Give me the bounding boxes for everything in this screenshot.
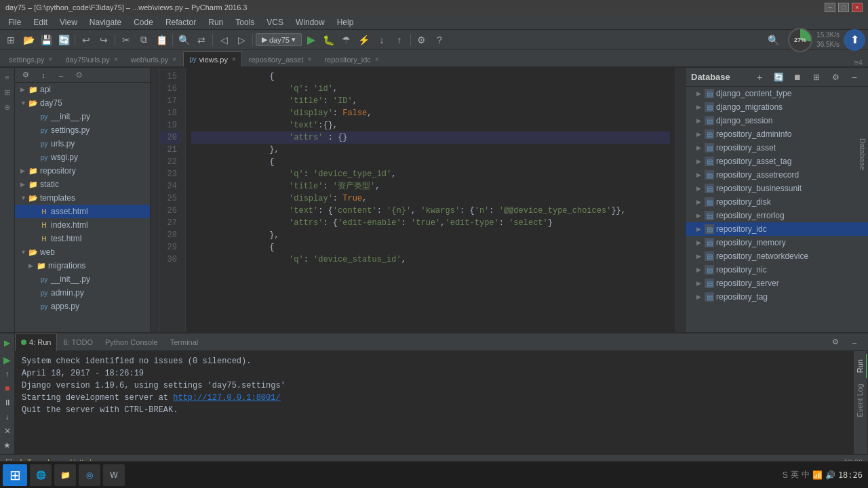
db-stop-btn[interactable]: ⏹ [789,69,806,85]
search-btn[interactable]: 🔍 [176,32,192,48]
tab-repo-asset[interactable]: repository_asset × [243,52,318,66]
settings-btn[interactable]: ⚙ [414,32,430,48]
menu-file[interactable]: File [3,16,26,28]
help-btn[interactable]: ? [431,32,448,48]
code-editor[interactable]: { 'q': 'id', 'title': 'ID', 'display': F… [186,68,675,332]
copy-btn[interactable]: ⧉ [136,32,152,48]
db-refresh-btn[interactable]: 🔄 [770,69,787,85]
tab-weburls[interactable]: web\urls.py × [125,52,182,66]
close-button[interactable]: × [852,3,863,12]
db-item-repo-disk[interactable]: ▶ ▤ repository_disk [686,195,868,209]
forward-btn[interactable]: ▷ [233,32,250,48]
sidebar-item-repository[interactable]: ▶ 📁 repository [15,164,150,178]
sidebar-item-testhtml[interactable]: ▶ H test.html [15,232,150,245]
db-item-django-session[interactable]: ▶ ▤ django_session [686,114,868,127]
db-item-repo-admininfo[interactable]: ▶ ▤ repository_admininfo [686,127,868,141]
taskbar-explorer[interactable]: 📁 [54,464,76,486]
sidebar-item-init[interactable]: ▶ py __init__.py [15,110,150,123]
menu-navigate[interactable]: Navigate [84,16,127,28]
sidebar-settings-btn[interactable]: ⚙ [18,68,34,83]
menu-vcs[interactable]: VCS [261,16,289,28]
sidebar-collapse-btn[interactable]: – [53,68,69,83]
hierarchy-btn[interactable]: ⊞ [1,85,14,99]
profile-btn[interactable]: ⚡ [356,32,372,48]
run-close-btn[interactable]: ✕ [1,425,14,437]
db-item-django-content-type[interactable]: ▶ ▤ django_content_type [686,87,868,100]
menu-tools[interactable]: Tools [230,16,260,28]
fav-tab-run[interactable]: Run [854,354,867,378]
find-btn[interactable]: ⊕ [1,100,14,114]
db-item-repo-nic[interactable]: ▶ ▤ repository_nic [686,263,868,277]
tab-day75urls[interactable]: day75\urls.py × [59,52,123,66]
server-url-link[interactable]: http://127.0.0.1:8001/ [173,393,280,403]
sidebar-item-web-init[interactable]: ▶ py __init__.py [15,272,150,286]
tab-day75urls-close[interactable]: × [114,56,118,63]
sidebar-item-indexhtml[interactable]: ▶ H index.html [15,218,150,232]
open-btn[interactable]: 📂 [20,32,37,48]
db-grid-btn[interactable]: ⊞ [808,69,825,85]
db-item-repo-assetrecord[interactable]: ▶ ▤ repository_assetrecord [686,168,868,182]
db-item-repo-memory[interactable]: ▶ ▤ repository_memory [686,236,868,249]
tab-repo-idc[interactable]: repository_idc × [318,52,384,66]
run-stop-btn[interactable]: ■ [1,382,14,394]
sidebar-item-apps[interactable]: ▶ py apps.py [15,300,150,313]
coverage-btn[interactable]: ☂ [338,32,355,48]
run-btn[interactable]: ▶ [303,32,319,48]
menu-run[interactable]: Run [203,16,229,28]
menu-view[interactable]: View [54,16,83,28]
tab-views-close[interactable]: × [232,56,236,63]
db-item-repo-idc[interactable]: ▶ ▤ repository_idc [686,222,868,236]
search-everywhere-btn[interactable]: 🔍 [765,32,781,48]
project-view-btn[interactable]: ⊞ [3,32,19,48]
database-strip-label[interactable]: Database [857,136,868,173]
undo-btn[interactable]: ↩ [78,32,94,48]
structure-btn[interactable]: ≡ [1,70,14,84]
sidebar-item-urls[interactable]: ▶ py urls.py [15,137,150,150]
sidebar-locate-btn[interactable]: ⊙ [71,68,87,83]
db-item-repo-errorlog[interactable]: ▶ ▤ repository_errorlog [686,209,868,222]
menu-code[interactable]: Code [128,16,159,28]
window-controls[interactable]: – □ × [825,3,863,12]
fav-tab-event-log[interactable]: Event Log [854,378,867,423]
db-item-repo-server[interactable]: ▶ ▤ repository_server [686,277,868,290]
replace-btn[interactable]: ⇄ [193,32,210,48]
btab-terminal[interactable]: Terminal [164,333,205,351]
taskbar-chrome[interactable]: ◎ [79,464,100,486]
menu-window[interactable]: Window [290,16,330,28]
maximize-button[interactable]: □ [838,3,849,12]
db-item-repo-businessunit[interactable]: ▶ ▤ repository_businessunit [686,182,868,195]
run-play-btn[interactable]: ▶ [1,337,14,349]
btab-pyconsole[interactable]: Python Console [99,333,164,351]
debug-btn[interactable]: 🐛 [321,32,337,48]
sidebar-item-static[interactable]: ▶ 📁 static [15,178,150,191]
cut-btn[interactable]: ✂ [118,32,134,48]
sidebar-item-assethtml[interactable]: ▶ H asset.html [15,205,150,218]
taskbar-ie[interactable]: 🌐 [30,464,52,486]
menu-refactor[interactable]: Refactor [160,16,201,28]
db-minimize-btn[interactable]: – [846,69,863,85]
menu-edit[interactable]: Edit [28,16,53,28]
sidebar-item-wsgi[interactable]: ▶ py wsgi.py [15,150,150,164]
db-item-repo-tag[interactable]: ▶ ▤ repository_tag [686,290,868,304]
run-favorites-btn[interactable]: ★ [1,439,14,451]
sidebar-expand-btn[interactable]: ↕ [35,68,52,83]
bottom-settings-btn[interactable]: ⚙ [827,334,844,350]
run-pause-btn[interactable]: ⏸ [1,396,14,409]
paste-btn[interactable]: 📋 [153,32,170,48]
sidebar-item-admin[interactable]: ▶ py admin.py [15,286,150,300]
vcs-update-btn[interactable]: ↓ [374,32,390,48]
db-item-repo-asset-tag[interactable]: ▶ ▤ repository_asset_tag [686,155,868,168]
minimize-button[interactable]: – [825,3,835,12]
run-scroll-up-btn[interactable]: ↑ [1,368,14,380]
sidebar-item-settings[interactable]: ▶ py settings.py [15,123,150,137]
tab-repo-idc-close[interactable]: × [375,56,379,63]
sidebar-item-migrations[interactable]: ▶ 📁 migrations [15,259,150,272]
sync-btn[interactable]: 🔄 [56,32,72,48]
save-btn[interactable]: 💾 [38,32,54,48]
redo-btn[interactable]: ↪ [96,32,112,48]
sidebar-item-web[interactable]: ▼ 📂 web [15,245,150,259]
sidebar-item-day75[interactable]: ▼ 📂 day75 [15,96,150,110]
sidebar-item-templates[interactable]: ▼ 📂 templates [15,191,150,205]
run-config-btn[interactable]: ▶ day75 ▾ [256,33,302,46]
db-item-repo-networkdevice[interactable]: ▶ ▤ repository_networkdevice [686,249,868,263]
